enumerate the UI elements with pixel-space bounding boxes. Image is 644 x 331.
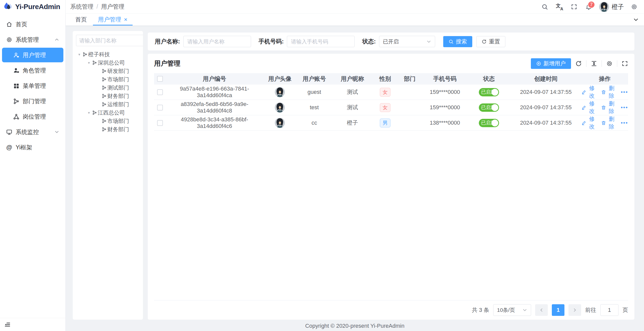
tree-node[interactable]: 运维部门: [76, 100, 140, 108]
status-toggle[interactable]: 已启用: [479, 103, 499, 112]
tree-node[interactable]: 财务部门: [76, 92, 140, 100]
caret-down-icon[interactable]: ▾: [86, 111, 92, 115]
gender-tag: 女: [380, 103, 390, 112]
tree-node[interactable]: 市场部门: [76, 117, 140, 125]
settings-button[interactable]: [628, 1, 640, 13]
gear-icon: [631, 4, 637, 10]
breadcrumb-item-current: 用户管理: [101, 3, 124, 11]
user-phone: 138****0000: [422, 120, 467, 126]
caret-down-icon[interactable]: ▾: [76, 52, 83, 57]
fullscreen-button[interactable]: [568, 1, 580, 13]
tree-node[interactable]: ▾橙子科技: [76, 50, 140, 59]
delete-button[interactable]: 删除: [601, 115, 616, 130]
tree-node-label: 财务部门: [107, 126, 129, 133]
column-header: 用户账号: [296, 75, 332, 83]
username-input[interactable]: [183, 36, 251, 47]
refresh-table-button[interactable]: [575, 60, 582, 67]
user-menu[interactable]: 橙子: [597, 2, 626, 12]
table-row[interactable]: 9a57a4e8-e196-663a-7841-3a14dd60f4ca gue…: [154, 85, 628, 100]
copyright-text: Copyright © 2020-present Yi-PureAdmin: [305, 323, 405, 329]
table-fullscreen-button[interactable]: [622, 60, 628, 67]
brand[interactable]: Yi-PureAdmin: [0, 0, 65, 14]
column-settings-button[interactable]: [606, 60, 613, 67]
more-actions-button[interactable]: •••: [621, 106, 628, 109]
more-actions-button[interactable]: •••: [621, 91, 628, 93]
notifications-button[interactable]: 7: [582, 1, 595, 13]
dept-icon: [92, 110, 97, 115]
sidebar-item-label: 角色管理: [23, 67, 46, 74]
phone-input[interactable]: [287, 36, 355, 47]
sidebar-group-monitor[interactable]: 系统监控: [2, 125, 63, 139]
page-content: ▾橙子科技 ▾深圳总公司 研发部门 市场部门 测试部门 财务部门 运维部门 ▾江…: [66, 26, 644, 321]
add-user-button[interactable]: 新增用户: [531, 58, 571, 69]
sidebar-group-system[interactable]: 系统管理: [2, 32, 63, 47]
edit-button[interactable]: 修改: [581, 115, 596, 130]
sidebar-item-label: Yi框架: [16, 144, 32, 151]
goto-page-input[interactable]: [600, 304, 618, 316]
chevron-down-icon: [54, 129, 59, 134]
sidebar-item-users[interactable]: 用户管理: [2, 48, 63, 62]
tab-home[interactable]: 首页: [70, 14, 92, 25]
language-switch-button[interactable]: 文A: [553, 1, 566, 13]
tab-options-button[interactable]: [628, 14, 644, 25]
global-search-button[interactable]: [538, 1, 551, 13]
more-actions-button[interactable]: •••: [621, 122, 628, 124]
dept-icon: [83, 52, 87, 57]
prev-page-button[interactable]: [535, 304, 548, 316]
sidebar-item-departments[interactable]: 部门管理: [2, 94, 63, 108]
page-size-select[interactable]: 10条/页: [493, 304, 531, 316]
app-root: Yi-PureAdmin 首页 系统管理 用户管理 角色管理 菜单: [0, 0, 644, 331]
collapse-sidebar-icon[interactable]: [4, 321, 11, 328]
delete-button[interactable]: 删除: [601, 85, 616, 100]
breadcrumb-item[interactable]: 系统管理: [70, 3, 93, 11]
tree-node[interactable]: 财务部门: [76, 125, 140, 133]
translate-icon: 文A: [556, 3, 563, 10]
column-header: 用户头像: [263, 75, 296, 83]
department-tree-panel: ▾橙子科技 ▾深圳总公司 研发部门 市场部门 测试部门 财务部门 运维部门 ▾江…: [73, 31, 143, 320]
delete-label: 删除: [607, 115, 616, 130]
table-row[interactable]: 4928be8d-3c34-a385-86bf-3a14dd60f4c6 cc …: [154, 115, 628, 131]
sidebar-group-label: 系统管理: [16, 36, 39, 44]
tree-node[interactable]: ▾江西总公司: [76, 108, 140, 117]
page-number-button[interactable]: 1: [552, 304, 564, 316]
edit-button[interactable]: 修改: [581, 100, 596, 115]
tree-node[interactable]: ▾深圳总公司: [76, 59, 140, 67]
status-select[interactable]: 已开启: [379, 36, 435, 47]
monitor-icon: [6, 129, 12, 135]
dept-tree-icon: [13, 98, 19, 104]
row-checkbox[interactable]: [157, 120, 163, 126]
density-button[interactable]: [591, 60, 597, 67]
table-empty-space: [154, 131, 628, 300]
tab-bar: 首页 用户管理 ✕: [66, 13, 644, 26]
tree-node[interactable]: 测试部门: [76, 84, 140, 92]
user-account: guest: [296, 89, 332, 95]
sidebar-item-menus[interactable]: 菜单管理: [2, 78, 63, 93]
sidebar-item-framework[interactable]: @ Yi框架: [2, 140, 63, 155]
user-account: cc: [296, 120, 332, 126]
pencil-icon: [581, 90, 586, 95]
dept-search-input[interactable]: [79, 38, 143, 44]
column-header: 创建时间: [510, 75, 582, 83]
status-toggle[interactable]: 已启用: [479, 119, 499, 127]
tree-node[interactable]: 研发部门: [76, 67, 140, 75]
tree-node[interactable]: 市场部门: [76, 75, 140, 84]
next-page-button[interactable]: [568, 304, 581, 316]
edit-button[interactable]: 修改: [581, 85, 596, 100]
close-tab-icon[interactable]: ✕: [124, 17, 128, 22]
select-all-checkbox[interactable]: [157, 76, 163, 82]
table-row[interactable]: a8392efa-5ed8-6b56-9a9e-3a14dd60f4c8 tes…: [154, 100, 628, 115]
caret-down-icon[interactable]: ▾: [86, 61, 92, 65]
pagination: 共 3 条 10条/页 1 前往: [154, 300, 628, 320]
sidebar-item-posts[interactable]: 岗位管理: [2, 109, 63, 124]
reset-button[interactable]: 重置: [476, 36, 505, 47]
row-checkbox[interactable]: [157, 105, 163, 111]
delete-button[interactable]: 删除: [601, 100, 616, 115]
at-icon: @: [6, 144, 12, 151]
sidebar-item-roles[interactable]: 角色管理: [2, 63, 63, 78]
row-checkbox[interactable]: [157, 89, 163, 95]
status-toggle[interactable]: 已启用: [479, 88, 499, 96]
created-time: 2024-09-07 14:37:55: [510, 89, 582, 95]
sidebar-item-home[interactable]: 首页: [2, 17, 63, 32]
search-button[interactable]: 搜索: [443, 36, 472, 47]
tab-user-management[interactable]: 用户管理 ✕: [92, 14, 133, 25]
